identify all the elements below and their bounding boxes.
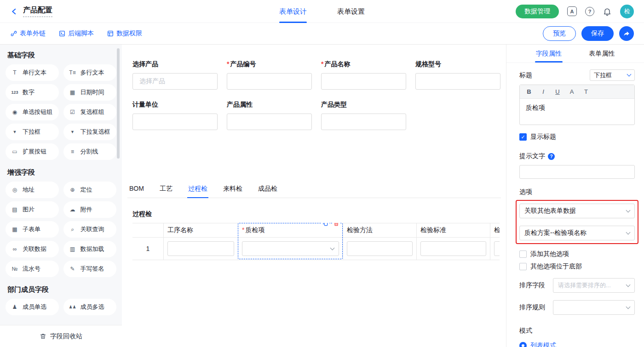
back-button[interactable]: [10, 7, 18, 16]
data-permission-button[interactable]: 数据权限: [107, 29, 142, 38]
col-header-label: 工序名称: [167, 226, 193, 234]
hint-text-input[interactable]: [519, 165, 635, 179]
hint-help-icon[interactable]: ?: [548, 153, 555, 160]
truncated-cell: [490, 238, 500, 260]
italic-button[interactable]: I: [540, 88, 546, 95]
sidebar-item-extend-button[interactable]: ▭扩展按钮: [6, 143, 59, 160]
delete-column-button[interactable]: [332, 223, 340, 228]
selected-column-actions: [321, 223, 340, 228]
preview-button[interactable]: 预览: [543, 26, 576, 41]
translate-icon[interactable]: A: [567, 6, 577, 16]
sort-field-select[interactable]: 请选择需要排序的...: [553, 278, 635, 293]
other-bottom-row: 其他选项位于底部: [519, 262, 635, 271]
sidebar-item-divider[interactable]: ≡分割线: [63, 143, 117, 160]
sidebar-item-multi-select[interactable]: ▼下拉复选框: [63, 124, 117, 140]
linked-data-icon: ∞: [10, 246, 19, 252]
sidebar-item-number[interactable]: 123数字: [6, 84, 59, 101]
sidebar-item-image[interactable]: ▤图片: [6, 201, 59, 218]
properties-body: 标题 下拉框 B I U A T 质检项 显示标题: [506, 63, 644, 347]
sidebar-item-label: 单行文本: [23, 68, 46, 77]
font-size-button[interactable]: T: [583, 88, 589, 95]
data-manage-button[interactable]: 数据管理: [516, 5, 559, 18]
unit-input[interactable]: [132, 114, 218, 130]
number-icon: 123: [10, 91, 19, 95]
sidebar-item-label: 成员单选: [23, 303, 46, 311]
field-recycle-bin[interactable]: 字段回收站: [0, 325, 122, 347]
backend-script-button[interactable]: 后端脚本: [58, 29, 94, 38]
title-setting-row: 标题 下拉框: [519, 69, 635, 81]
inspection-item-select[interactable]: [242, 241, 339, 256]
product-code-input[interactable]: [227, 73, 312, 90]
sidebar-item-single-line-text[interactable]: T单行文本: [6, 64, 59, 81]
product-attribute-input[interactable]: [227, 114, 312, 130]
sidebar-item-data-load[interactable]: ▥数据加载: [63, 241, 117, 257]
product-name-input[interactable]: [321, 73, 406, 90]
tab-field-properties[interactable]: 字段属性: [536, 45, 562, 63]
option-source-select[interactable]: 关联其他表单数据: [519, 204, 635, 218]
tab-finished-inspection[interactable]: 成品检: [257, 183, 278, 198]
sidebar-item-radio-group[interactable]: ◉单选按钮组: [6, 104, 59, 120]
sidebar-item-label: 多行文本: [80, 68, 104, 77]
option-field-select[interactable]: 质检方案--检验项名称: [519, 226, 635, 240]
mode-list-radio[interactable]: [519, 342, 527, 347]
product-type-input[interactable]: [321, 114, 406, 130]
title-text-input[interactable]: 质检项: [520, 99, 634, 125]
bold-button[interactable]: B: [526, 88, 532, 95]
hint-text-row: 提示文字 ?: [519, 152, 635, 160]
sort-rule-select[interactable]: [553, 300, 635, 315]
add-other-checkbox[interactable]: [519, 250, 527, 258]
sidebar-item-linked-data[interactable]: ∞关联数据: [6, 241, 59, 257]
tab-incoming-inspection[interactable]: 来料检: [222, 183, 243, 198]
spec-model-input[interactable]: [415, 73, 500, 90]
notification-bell-icon[interactable]: [603, 7, 612, 16]
copy-column-button[interactable]: [321, 223, 329, 228]
save-button[interactable]: 保存: [581, 26, 614, 41]
truncated-input[interactable]: [494, 241, 500, 256]
field-type-select[interactable]: 下拉框: [590, 69, 635, 81]
sidebar-item-location[interactable]: ⊕定位: [63, 182, 117, 198]
other-bottom-checkbox[interactable]: [519, 263, 527, 270]
sidebar-item-attachment[interactable]: ☁附件: [63, 201, 117, 218]
tab-form-settings[interactable]: 表单设置: [337, 0, 365, 23]
sidebar-item-address[interactable]: ◎地址: [6, 182, 59, 198]
sidebar-scrollbar[interactable]: [117, 48, 120, 159]
tab-form-properties[interactable]: 表单属性: [589, 45, 615, 63]
share-button[interactable]: [619, 26, 634, 41]
mode-list-label: 列表模式: [530, 341, 556, 347]
sidebar-item-label: 地址: [23, 186, 34, 194]
tab-process-inspection[interactable]: 过程检: [187, 183, 208, 198]
tab-bom[interactable]: BOM: [128, 183, 145, 198]
serial-number-icon: №: [10, 266, 19, 272]
sidebar-item-subform[interactable]: ▦子表单: [6, 221, 59, 238]
divider-icon: ≡: [68, 149, 77, 154]
select-product-input[interactable]: 选择产品: [132, 73, 218, 90]
tab-form-design[interactable]: 表单设计: [279, 0, 307, 23]
help-icon[interactable]: ?: [585, 7, 594, 16]
external-link-button[interactable]: 表单外链: [10, 29, 46, 38]
form-canvas: 选择产品 选择产品 产品编号 产品名称 规格型号 计量单位 产品属性 产品类型: [122, 45, 506, 347]
inspection-method-input[interactable]: [347, 241, 413, 256]
font-color-button[interactable]: A: [569, 88, 575, 95]
sidebar-item-member-multi[interactable]: ♟♟成员多选: [63, 299, 117, 315]
inspection-standard-input[interactable]: [420, 241, 486, 256]
avatar[interactable]: 检: [620, 5, 634, 18]
sidebar-item-select[interactable]: ▼下拉框: [6, 124, 59, 140]
col-header-truncated: 检: [490, 223, 500, 237]
page-title[interactable]: 产品配置: [23, 6, 52, 17]
sidebar-item-datetime[interactable]: ▦日期时间: [63, 84, 117, 101]
sidebar-item-label: 关联查询: [80, 225, 104, 233]
tab-process[interactable]: 工艺: [159, 183, 173, 198]
underline-button[interactable]: U: [554, 88, 561, 95]
show-title-checkbox[interactable]: [519, 133, 527, 141]
sidebar-item-signature[interactable]: ✎手写签名: [63, 261, 117, 277]
sidebar-item-lookup-query[interactable]: ⌕关联查询: [63, 221, 117, 238]
col-header-label: 质检项: [242, 226, 264, 234]
sidebar-item-checkbox-group[interactable]: ☑复选框组: [63, 104, 117, 120]
sidebar-item-label: 下拉复选框: [80, 128, 110, 136]
process-name-input[interactable]: [167, 241, 234, 256]
add-other-label: 添加其他选项: [530, 250, 569, 258]
sidebar-item-member-single[interactable]: ♟成员单选: [6, 299, 59, 315]
sidebar-item-multi-line-text[interactable]: T≡多行文本: [63, 64, 117, 81]
sidebar-item-serial-number[interactable]: №流水号: [6, 261, 59, 277]
chevron-down-icon: [626, 282, 631, 287]
